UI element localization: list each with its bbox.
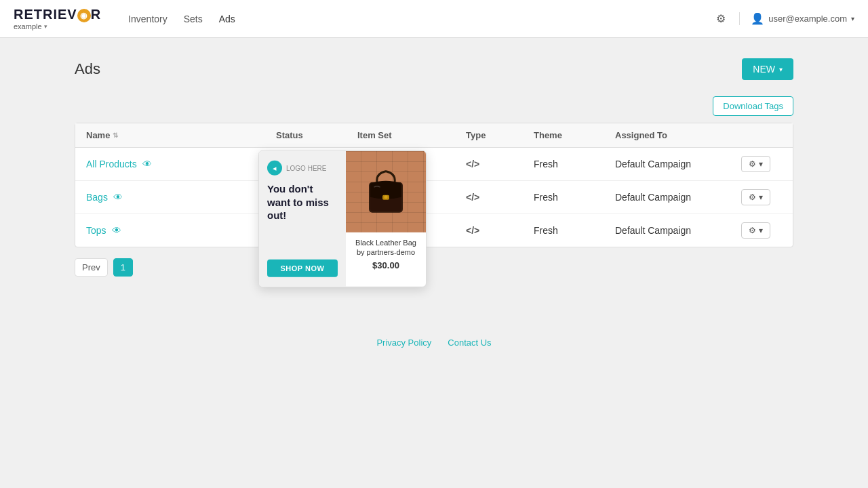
col-assigned-header: Assigned To: [615, 130, 741, 140]
pagination: Prev 1: [75, 258, 793, 277]
ad-shop-button[interactable]: SHOP NOW: [267, 260, 338, 277]
action-chevron-icon: ▾: [759, 159, 763, 169]
navbar: RETRIEV◉R example ▾ Inventory Sets Ads ⚙…: [0, 0, 868, 38]
row-theme-cell: Fresh: [534, 225, 615, 236]
col-itemset-header: Item Set: [357, 130, 466, 140]
brand: RETRIEV◉R example ▾: [14, 7, 101, 30]
row-assigned-cell: Default Campaign: [615, 225, 741, 236]
gear-small-icon: ⚙: [749, 226, 756, 235]
logo-icon: ◉: [77, 9, 91, 22]
ad-preview-popup: ◂ LOGO HERE You don't want to miss out! …: [258, 150, 427, 287]
row-action-cell: ⚙ ▾: [741, 189, 782, 205]
ad-headline: You don't want to miss out!: [267, 182, 338, 222]
code-type-icon: </>: [466, 225, 479, 236]
user-email: user@example.com: [768, 14, 847, 24]
col-name-label: Name: [86, 130, 110, 140]
ad-product-price: $30.00: [351, 260, 420, 270]
download-row: Download Tags: [75, 96, 793, 116]
row-type-cell: </>: [466, 225, 534, 236]
footer-links: Privacy Policy Contact Us: [14, 338, 854, 348]
row-action-cell: ⚙ ▾: [741, 156, 782, 172]
user-icon: 👤: [751, 12, 764, 25]
action-button[interactable]: ⚙ ▾: [741, 222, 770, 239]
svg-point-3: [384, 195, 388, 199]
eye-icon[interactable]: 👁: [113, 192, 123, 203]
col-theme-header: Theme: [534, 130, 615, 140]
eye-icon[interactable]: 👁: [112, 225, 121, 236]
action-button[interactable]: ⚙ ▾: [741, 189, 770, 205]
brand-logo: RETRIEV◉R: [14, 7, 101, 22]
row-theme-cell: Fresh: [534, 159, 615, 169]
nav-inventory[interactable]: Inventory: [128, 14, 167, 24]
action-chevron-icon: ▾: [759, 226, 763, 235]
col-name-header: Name ⇅: [86, 130, 276, 140]
user-chevron-icon: ▾: [851, 15, 854, 22]
user-menu[interactable]: 👤 user@example.com ▾: [739, 12, 854, 25]
bag-illustration: [362, 163, 410, 220]
new-button-chevron-icon: ▾: [779, 66, 783, 73]
row-name-tops[interactable]: Tops 👁: [86, 225, 276, 236]
table-row: Bags 👁 All Products </> Fresh Default Ca…: [75, 181, 793, 214]
row-name-cell: Bags 👁: [86, 192, 276, 203]
contact-us-link[interactable]: Contact Us: [448, 338, 491, 348]
table-row: All Products 👁 All Products </> Fresh De…: [75, 148, 793, 181]
row-name-cell: Tops 👁: [86, 225, 276, 236]
brand-sub[interactable]: example ▾: [14, 22, 101, 30]
prev-page-button[interactable]: Prev: [75, 258, 108, 277]
ad-product-name: Black Leather Bag by partners-demo: [351, 238, 420, 258]
page-header: Ads NEW ▾: [75, 58, 793, 80]
ad-preview-inner: ◂ LOGO HERE You don't want to miss out! …: [259, 151, 426, 287]
ads-table: Name ⇅ Status Item Set Type Theme Assign…: [75, 123, 793, 247]
page-title: Ads: [75, 60, 100, 78]
brand-chevron-icon: ▾: [44, 23, 47, 30]
settings-button[interactable]: ⚙: [713, 9, 728, 28]
nav-ads[interactable]: Ads: [219, 14, 235, 24]
code-type-icon: </>: [466, 159, 479, 169]
footer: Privacy Policy Contact Us: [0, 324, 868, 361]
gear-small-icon: ⚙: [749, 192, 756, 202]
eye-icon[interactable]: 👁: [142, 159, 152, 169]
row-type-cell: </>: [466, 159, 534, 169]
row-action-cell: ⚙ ▾: [741, 222, 782, 239]
new-button[interactable]: NEW ▾: [742, 58, 793, 80]
new-button-label: NEW: [753, 64, 775, 75]
nav-sets[interactable]: Sets: [184, 14, 203, 24]
ad-logo-icon: ◂: [267, 161, 282, 176]
action-button[interactable]: ⚙ ▾: [741, 156, 770, 172]
nav-links: Inventory Sets Ads: [128, 14, 235, 24]
row-name-cell: All Products 👁: [86, 159, 276, 169]
sort-icon: ⇅: [113, 131, 118, 139]
privacy-policy-link[interactable]: Privacy Policy: [376, 338, 431, 348]
col-action-header: [741, 130, 782, 140]
brand-sub-text: example: [14, 22, 42, 30]
row-name-all-products[interactable]: All Products 👁: [86, 159, 276, 169]
gear-small-icon: ⚙: [749, 159, 756, 169]
ad-right-panel: Black Leather Bag by partners-demo $30.0…: [346, 151, 426, 287]
col-status-header: Status: [276, 130, 357, 140]
table-header: Name ⇅ Status Item Set Type Theme Assign…: [75, 123, 793, 148]
row-theme-cell: Fresh: [534, 192, 615, 203]
ad-logo-text: LOGO HERE: [286, 164, 326, 171]
row-assigned-cell: Default Campaign: [615, 192, 741, 203]
col-type-header: Type: [466, 130, 534, 140]
ad-product-info: Black Leather Bag by partners-demo $30.0…: [346, 232, 426, 276]
row-type-cell: </>: [466, 192, 534, 203]
code-type-icon: </>: [466, 192, 479, 203]
ad-logo-area: ◂ LOGO HERE: [267, 161, 338, 176]
action-chevron-icon: ▾: [759, 192, 763, 202]
main-content: Ads NEW ▾ Download Tags Name ⇅ Status It…: [61, 38, 807, 297]
ad-left-panel: ◂ LOGO HERE You don't want to miss out! …: [259, 151, 346, 287]
ad-product-image: [346, 151, 426, 232]
row-assigned-cell: Default Campaign: [615, 159, 741, 169]
navbar-right: ⚙ 👤 user@example.com ▾: [713, 9, 854, 28]
table-row: Tops 👁 All Products </> Fresh Default Ca…: [75, 214, 793, 247]
download-tags-button[interactable]: Download Tags: [713, 96, 793, 116]
page-1-button[interactable]: 1: [113, 258, 133, 277]
row-name-bags[interactable]: Bags 👁: [86, 192, 276, 203]
